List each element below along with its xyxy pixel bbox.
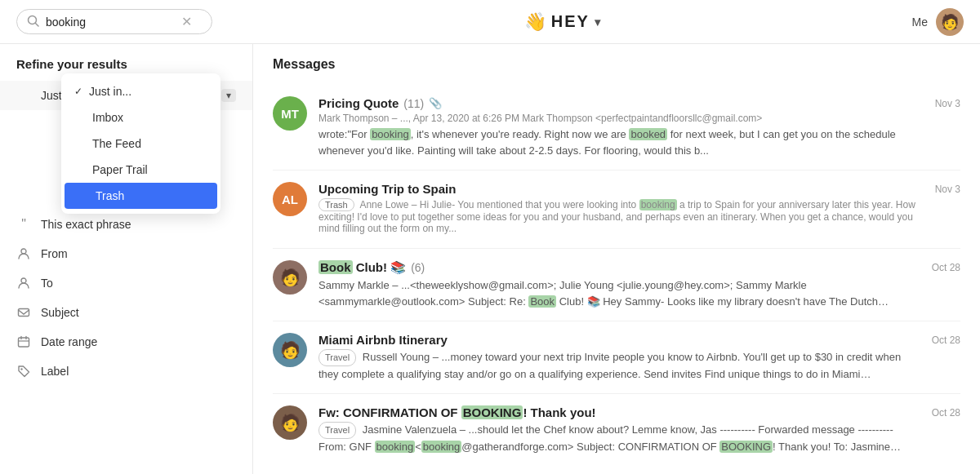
highlight-booking: BOOKING — [461, 405, 523, 419]
highlight-book: Book — [528, 295, 556, 308]
header: ✕ 👋 HEY ▾ Me 🧑 — [0, 0, 980, 44]
to-label: To — [41, 277, 53, 290]
highlight-booking: BOOKING — [719, 441, 773, 453]
message-meta: Nov 3 — [935, 96, 960, 109]
dropdown-item-trash[interactable]: Trash — [65, 183, 217, 209]
calendar-icon — [16, 334, 31, 349]
highlight-booking: booking — [375, 441, 416, 453]
from-filter[interactable]: From — [0, 239, 252, 268]
highlight-booking-email: booking — [421, 441, 462, 453]
logo-wave-icon: 👋 — [524, 11, 546, 33]
message-count: (11) — [403, 97, 424, 110]
date-range-filter[interactable]: Date range — [0, 327, 252, 357]
message-body: Fw: CONFIRMATION OF BOOKING! Thank you! … — [318, 405, 914, 454]
message-item[interactable]: AL Upcoming Trip to Spain Trash Anne Low… — [273, 171, 960, 249]
date-range-label: Date range — [41, 335, 97, 348]
exact-phrase-label: This exact phrase — [41, 218, 131, 231]
search-box: ✕ — [16, 9, 212, 34]
message-from: Mark Thompson – ..., Apr 13, 2020 at 6:2… — [318, 113, 917, 124]
message-date: Oct 28 — [932, 334, 960, 346]
logo-text: HEY — [551, 12, 590, 31]
message-count: (6) — [411, 261, 425, 274]
dropdown-item-label: Paper Trail — [92, 163, 148, 176]
subject-text: Upcoming Trip to Spain — [318, 182, 456, 196]
tag-icon — [16, 364, 31, 379]
clip-icon: 📎 — [429, 97, 442, 109]
message-meta: Nov 3 — [935, 182, 960, 195]
svg-point-3 — [21, 278, 26, 283]
message-subject: Book Club! 📚 (6) — [318, 260, 914, 275]
check-icon: ✓ — [74, 86, 82, 97]
logo-caret-icon[interactable]: ▾ — [595, 16, 600, 29]
subject-text: Book Club! 📚 — [318, 260, 406, 275]
trash-tag: Trash — [318, 198, 354, 211]
message-from: Trash Anne Lowe – Hi Julie- You mentione… — [318, 198, 917, 234]
highlight-book: Book — [318, 260, 353, 274]
dropdown-item-just-in[interactable]: ✓ Just in... — [61, 78, 220, 104]
search-icon — [27, 15, 39, 29]
message-item[interactable]: 🧑 Miami Airbnb Itinerary Travel Russell … — [273, 321, 960, 394]
avatar: MT — [273, 96, 307, 131]
subject-text: Fw: CONFIRMATION OF BOOKING! Thank you! — [318, 405, 596, 419]
search-clear-button[interactable]: ✕ — [181, 14, 192, 29]
message-body: Pricing Quote (11) 📎 Mark Thompson – ...… — [318, 96, 917, 158]
dropdown-item-the-feed[interactable]: The Feed — [61, 131, 220, 157]
to-filter[interactable]: To — [0, 268, 252, 298]
message-preview: Travel Russell Young – ...money toward y… — [318, 349, 914, 382]
search-input[interactable] — [46, 16, 176, 29]
highlight-booked: booked — [629, 128, 667, 140]
svg-line-1 — [36, 23, 39, 26]
message-subject: Pricing Quote (11) 📎 — [318, 96, 917, 110]
message-preview: Sammy Markle – ...<theweeklyshow@gmail.c… — [318, 277, 914, 309]
messages-panel: Messages MT Pricing Quote (11) 📎 Mark Th… — [253, 44, 980, 474]
svg-point-9 — [20, 368, 22, 370]
dropdown-item-paper-trail[interactable]: Paper Trail — [61, 157, 220, 183]
filter-section: " This exact phrase From To — [0, 206, 252, 389]
message-date: Nov 3 — [935, 184, 960, 195]
subject-text: Pricing Quote — [318, 96, 399, 110]
avatar: 🧑 — [273, 405, 307, 440]
just-in-icon — [16, 88, 31, 103]
svg-point-2 — [21, 249, 26, 254]
app-container: ✕ 👋 HEY ▾ Me 🧑 Refine your results Just … — [0, 0, 980, 474]
highlight-booking: booking — [370, 128, 411, 140]
message-date: Oct 28 — [932, 407, 960, 419]
header-right: Me 🧑 — [912, 8, 964, 36]
avatar: 🧑 — [273, 333, 307, 367]
avatar: 🧑 — [273, 260, 307, 295]
svg-rect-4 — [19, 309, 29, 317]
message-item[interactable]: MT Pricing Quote (11) 📎 Mark Thompson – … — [273, 85, 960, 171]
travel-tag: Travel — [318, 349, 356, 366]
person-icon — [16, 246, 31, 261]
message-item[interactable]: 🧑 Fw: CONFIRMATION OF BOOKING! Thank you… — [273, 394, 960, 466]
dropdown-item-label: Trash — [96, 189, 124, 202]
message-item[interactable]: 🧑 Book Club! 📚 (6) Sammy Markle – ...<th… — [273, 249, 960, 321]
dropdown-item-label: The Feed — [92, 137, 141, 150]
message-subject: Upcoming Trip to Spain — [318, 182, 917, 196]
highlight-booking: booking — [639, 199, 677, 210]
message-subject: Miami Airbnb Itinerary — [318, 333, 914, 347]
svg-rect-5 — [19, 338, 29, 347]
just-in-badge: ▾ — [221, 89, 236, 102]
person-to-icon — [16, 276, 31, 290]
quote-icon: " — [16, 217, 31, 232]
message-meta: Oct 28 — [932, 260, 960, 273]
main-area: Refine your results Just in... ▾ ✓ Just … — [0, 44, 980, 474]
dropdown-item-label: Just in... — [89, 85, 131, 98]
logo: 👋 HEY ▾ — [524, 11, 600, 33]
message-body: Miami Airbnb Itinerary Travel Russell Yo… — [318, 333, 914, 382]
from-label: From — [41, 247, 68, 260]
avatar: AL — [273, 182, 307, 216]
label-filter[interactable]: Label — [0, 357, 252, 386]
location-dropdown: ✓ Just in... Imbox The Feed Paper Trail — [61, 73, 220, 214]
subject-filter[interactable]: Subject — [0, 298, 252, 327]
avatar[interactable]: 🧑 — [936, 8, 964, 36]
subject-text: Miami Airbnb Itinerary — [318, 333, 448, 347]
dropdown-item-imbox[interactable]: Imbox — [61, 104, 220, 131]
sidebar: Refine your results Just in... ▾ ✓ Just … — [0, 44, 253, 474]
message-date: Nov 3 — [935, 98, 960, 109]
message-preview: wrote:"For booking, it's whenever you're… — [318, 126, 917, 158]
label-label: Label — [41, 365, 69, 378]
me-label: Me — [912, 16, 928, 29]
exact-phrase-filter[interactable]: " This exact phrase — [0, 210, 252, 239]
